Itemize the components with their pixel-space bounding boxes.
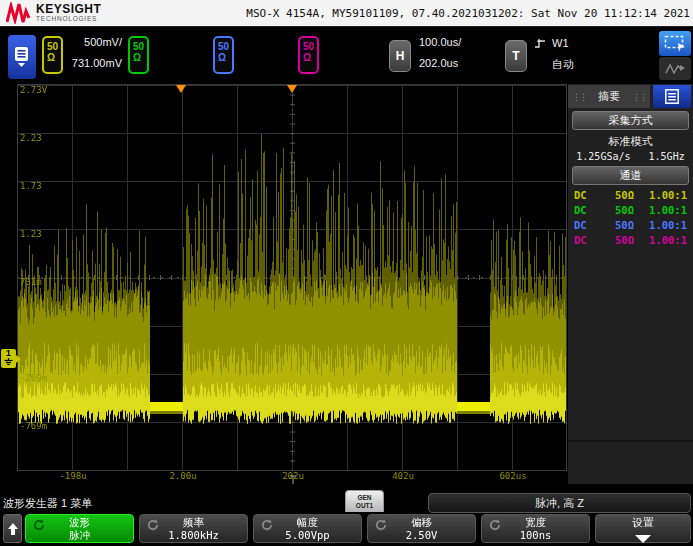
menu-up-button[interactable]: [3, 514, 22, 543]
keysight-logo-icon: [6, 2, 32, 24]
time-label-1: 2.00u: [169, 471, 196, 481]
softkey-settings[interactable]: 设置: [595, 514, 691, 543]
volt-label-2: 1.73: [20, 181, 42, 191]
keysight-logo: KEYSIGHT TECHNOLOGIES: [6, 2, 101, 24]
bandwidth: 1.5GHz: [649, 151, 685, 162]
softkey-waveform[interactable]: 波形 脉冲: [25, 514, 134, 543]
channel1-offset: 731.00mV: [66, 58, 122, 69]
plot-area: 2.73V 2.23 1.73 1.23 731m 231m -269m -76…: [0, 84, 568, 484]
channel1-scale: 500mV/: [66, 37, 122, 48]
volt-label-4: 731m: [20, 277, 42, 287]
channel2-info-row: DC 50Ω 1.00:1: [574, 204, 687, 218]
sidebar-menu-button[interactable]: [653, 85, 691, 108]
selection-rect-icon: [664, 35, 686, 52]
volt-label-3: 1.23: [20, 229, 42, 239]
time-label-4: 602us: [499, 471, 526, 481]
time-label-3: 402u: [392, 471, 414, 481]
oscilloscope-screen: KEYSIGHT TECHNOLOGIES MSO-X 4154A, MY591…: [0, 0, 693, 546]
volt-label-7: -769m: [20, 421, 47, 431]
output-status-bar: 脉冲, 高 Z: [428, 493, 691, 513]
timebase-scale: 100.0us/: [419, 37, 461, 48]
trigger-mode: 自动: [552, 59, 574, 70]
volt-label-6: -269m: [20, 373, 47, 383]
sidebar-title: 摘要: [598, 89, 620, 104]
summary-sidebar: ⋮⋮ 摘要 ⋮⋮ 采集方式 标准模式 1.25GSa/s 1.5GHz 通道 D…: [568, 84, 693, 484]
softkey-frequency[interactable]: 频率 1.800kHz: [139, 514, 248, 543]
volt-label-0: 2.73V: [20, 85, 47, 95]
drag-handle-icon[interactable]: ⋮⋮: [632, 92, 646, 102]
status-row: 波形发生器 1 菜单 GEN OUT1 脉冲, 高 Z: [0, 484, 693, 514]
sample-rate-bandwidth: 1.25GSa/s 1.5GHz: [568, 151, 693, 162]
toolbar: 50 Ω 500mV/ 731.00mV 50 Ω 50 Ω 50 Ω H 10…: [0, 27, 693, 84]
trigger-button[interactable]: T: [505, 40, 527, 72]
sidebar-header[interactable]: ⋮⋮ 摘要 ⋮⋮: [568, 85, 650, 108]
drag-handle-icon[interactable]: ⋮⋮: [572, 92, 586, 102]
channel3-info-row: DC 50Ω 1.00:1: [574, 219, 687, 233]
volt-label-1: 2.23: [20, 133, 42, 143]
timebase-delay: 202.0us: [419, 58, 461, 69]
rising-edge-icon: [534, 37, 546, 49]
brand-name: KEYSIGHT: [36, 3, 101, 15]
volt-label-5: 231m: [20, 325, 42, 335]
knob-icon: [375, 519, 387, 531]
knob-icon: [147, 519, 159, 531]
channel4-impedance-badge[interactable]: 50 Ω: [298, 36, 319, 74]
knob-icon: [33, 519, 45, 531]
brand-subtitle: TECHNOLOGIES: [36, 15, 101, 23]
up-arrow-icon: [7, 522, 19, 536]
channel1-info-row: DC 50Ω 1.00:1: [574, 189, 687, 203]
softkey-amplitude[interactable]: 幅度 5.00Vpp: [253, 514, 362, 543]
trigger-source: W1: [552, 38, 569, 49]
channel2-impedance-badge[interactable]: 50 Ω: [128, 36, 149, 74]
knob-icon: [261, 519, 273, 531]
channels-button[interactable]: 通道: [572, 166, 689, 185]
channel1-ground-marker[interactable]: 1: [1, 349, 16, 368]
waveform-tool-button[interactable]: [659, 57, 691, 80]
softkey-width[interactable]: 宽度 100ns: [481, 514, 590, 543]
gen-out1-button[interactable]: GEN OUT1: [345, 490, 384, 512]
channel1-readout[interactable]: 500mV/ 731.00mV: [66, 37, 122, 79]
down-arrow-icon: [635, 535, 651, 543]
ground-symbol-icon: [4, 358, 13, 365]
sample-rate: 1.25GSa/s: [576, 151, 630, 162]
horizontal-button[interactable]: H: [389, 40, 411, 72]
acquisition-mode-value: 标准模式: [568, 134, 693, 149]
channel3-impedance-badge[interactable]: 50 Ω: [213, 36, 234, 74]
acquisition-mode-button[interactable]: 采集方式: [572, 111, 689, 130]
channel1-impedance-badge[interactable]: 50 Ω: [42, 36, 63, 74]
instrument-status-text: MSO-X 4154A, MY59101109, 07.40.202103120…: [246, 7, 690, 20]
main-menu-button[interactable]: [8, 35, 36, 79]
time-label-0: -198u: [59, 471, 86, 481]
channel4-info-row: DC 50Ω 1.00:1: [574, 234, 687, 248]
waveform-display[interactable]: [17, 84, 567, 471]
generator-menu-title: 波形发生器 1 菜单: [3, 496, 92, 511]
title-bar: KEYSIGHT TECHNOLOGIES MSO-X 4154A, MY591…: [0, 0, 693, 27]
horizontal-readout: 100.0us/ 202.0us: [419, 37, 461, 79]
zigzag-wave-icon: [665, 62, 685, 76]
knob-icon: [489, 519, 501, 531]
menu-list-icon: [14, 47, 30, 67]
trigger-readout: W1 自动: [534, 37, 574, 80]
softkey-row: 波形 脉冲 频率 1.800kHz 幅度 5.00Vpp 偏移: [0, 514, 693, 546]
zoom-select-button[interactable]: [659, 31, 691, 56]
menu-list-icon: [665, 89, 679, 104]
softkey-offset[interactable]: 偏移 2.50V: [367, 514, 476, 543]
sidebar-divider: [568, 440, 693, 442]
